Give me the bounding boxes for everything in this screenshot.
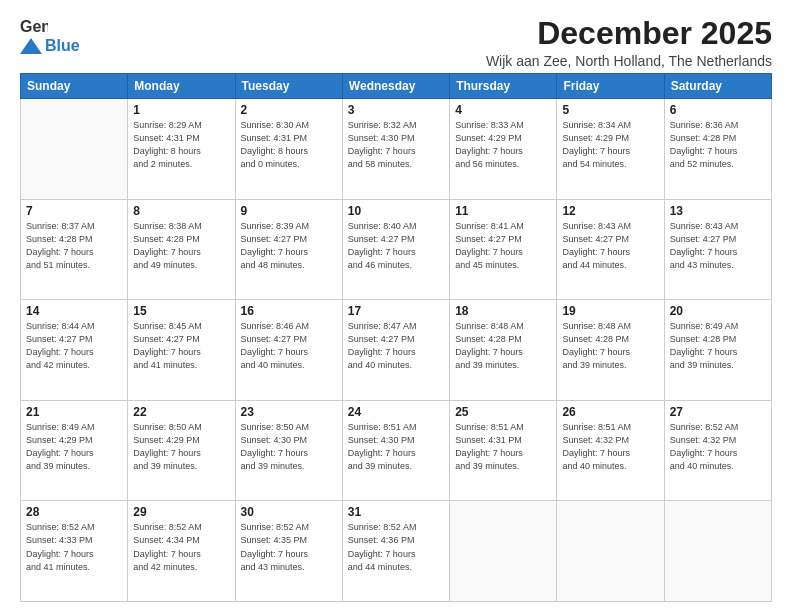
page: General Blue December 2025 Wijk aan Zee,… xyxy=(0,0,792,612)
day-number: 23 xyxy=(241,405,337,419)
day-info: Sunrise: 8:50 AM Sunset: 4:30 PM Dayligh… xyxy=(241,421,337,473)
table-row xyxy=(664,501,771,602)
day-info: Sunrise: 8:47 AM Sunset: 4:27 PM Dayligh… xyxy=(348,320,444,372)
location-subtitle: Wijk aan Zee, North Holland, The Netherl… xyxy=(486,53,772,69)
day-number: 18 xyxy=(455,304,551,318)
calendar-week-row: 7Sunrise: 8:37 AM Sunset: 4:28 PM Daylig… xyxy=(21,199,772,300)
day-number: 9 xyxy=(241,204,337,218)
table-row: 29Sunrise: 8:52 AM Sunset: 4:34 PM Dayli… xyxy=(128,501,235,602)
col-monday: Monday xyxy=(128,74,235,99)
table-row: 3Sunrise: 8:32 AM Sunset: 4:30 PM Daylig… xyxy=(342,99,449,200)
table-row: 26Sunrise: 8:51 AM Sunset: 4:32 PM Dayli… xyxy=(557,400,664,501)
table-row: 16Sunrise: 8:46 AM Sunset: 4:27 PM Dayli… xyxy=(235,300,342,401)
day-number: 22 xyxy=(133,405,229,419)
day-number: 17 xyxy=(348,304,444,318)
day-number: 11 xyxy=(455,204,551,218)
col-thursday: Thursday xyxy=(450,74,557,99)
day-info: Sunrise: 8:40 AM Sunset: 4:27 PM Dayligh… xyxy=(348,220,444,272)
day-info: Sunrise: 8:50 AM Sunset: 4:29 PM Dayligh… xyxy=(133,421,229,473)
day-number: 31 xyxy=(348,505,444,519)
table-row: 12Sunrise: 8:43 AM Sunset: 4:27 PM Dayli… xyxy=(557,199,664,300)
day-number: 2 xyxy=(241,103,337,117)
table-row: 20Sunrise: 8:49 AM Sunset: 4:28 PM Dayli… xyxy=(664,300,771,401)
table-row: 31Sunrise: 8:52 AM Sunset: 4:36 PM Dayli… xyxy=(342,501,449,602)
logo-icon: General xyxy=(20,16,48,38)
table-row: 2Sunrise: 8:30 AM Sunset: 4:31 PM Daylig… xyxy=(235,99,342,200)
table-row: 28Sunrise: 8:52 AM Sunset: 4:33 PM Dayli… xyxy=(21,501,128,602)
table-row: 14Sunrise: 8:44 AM Sunset: 4:27 PM Dayli… xyxy=(21,300,128,401)
calendar-table: Sunday Monday Tuesday Wednesday Thursday… xyxy=(20,73,772,602)
day-info: Sunrise: 8:30 AM Sunset: 4:31 PM Dayligh… xyxy=(241,119,337,171)
day-number: 28 xyxy=(26,505,122,519)
day-number: 15 xyxy=(133,304,229,318)
day-number: 14 xyxy=(26,304,122,318)
day-number: 30 xyxy=(241,505,337,519)
table-row: 30Sunrise: 8:52 AM Sunset: 4:35 PM Dayli… xyxy=(235,501,342,602)
day-info: Sunrise: 8:33 AM Sunset: 4:29 PM Dayligh… xyxy=(455,119,551,171)
calendar-week-row: 21Sunrise: 8:49 AM Sunset: 4:29 PM Dayli… xyxy=(21,400,772,501)
table-row xyxy=(557,501,664,602)
table-row xyxy=(21,99,128,200)
day-number: 13 xyxy=(670,204,766,218)
table-row: 21Sunrise: 8:49 AM Sunset: 4:29 PM Dayli… xyxy=(21,400,128,501)
table-row: 15Sunrise: 8:45 AM Sunset: 4:27 PM Dayli… xyxy=(128,300,235,401)
day-number: 25 xyxy=(455,405,551,419)
logo: General Blue xyxy=(20,16,80,54)
day-number: 21 xyxy=(26,405,122,419)
day-info: Sunrise: 8:52 AM Sunset: 4:34 PM Dayligh… xyxy=(133,521,229,573)
day-info: Sunrise: 8:46 AM Sunset: 4:27 PM Dayligh… xyxy=(241,320,337,372)
day-info: Sunrise: 8:34 AM Sunset: 4:29 PM Dayligh… xyxy=(562,119,658,171)
table-row: 1Sunrise: 8:29 AM Sunset: 4:31 PM Daylig… xyxy=(128,99,235,200)
svg-text:General: General xyxy=(20,18,48,35)
day-info: Sunrise: 8:43 AM Sunset: 4:27 PM Dayligh… xyxy=(562,220,658,272)
day-info: Sunrise: 8:52 AM Sunset: 4:33 PM Dayligh… xyxy=(26,521,122,573)
day-info: Sunrise: 8:37 AM Sunset: 4:28 PM Dayligh… xyxy=(26,220,122,272)
day-info: Sunrise: 8:49 AM Sunset: 4:29 PM Dayligh… xyxy=(26,421,122,473)
day-info: Sunrise: 8:48 AM Sunset: 4:28 PM Dayligh… xyxy=(562,320,658,372)
day-info: Sunrise: 8:51 AM Sunset: 4:32 PM Dayligh… xyxy=(562,421,658,473)
day-number: 19 xyxy=(562,304,658,318)
day-number: 29 xyxy=(133,505,229,519)
table-row: 11Sunrise: 8:41 AM Sunset: 4:27 PM Dayli… xyxy=(450,199,557,300)
day-number: 4 xyxy=(455,103,551,117)
table-row: 17Sunrise: 8:47 AM Sunset: 4:27 PM Dayli… xyxy=(342,300,449,401)
col-saturday: Saturday xyxy=(664,74,771,99)
day-number: 27 xyxy=(670,405,766,419)
col-sunday: Sunday xyxy=(21,74,128,99)
day-info: Sunrise: 8:51 AM Sunset: 4:30 PM Dayligh… xyxy=(348,421,444,473)
day-number: 7 xyxy=(26,204,122,218)
day-info: Sunrise: 8:43 AM Sunset: 4:27 PM Dayligh… xyxy=(670,220,766,272)
table-row xyxy=(450,501,557,602)
table-row: 18Sunrise: 8:48 AM Sunset: 4:28 PM Dayli… xyxy=(450,300,557,401)
day-number: 10 xyxy=(348,204,444,218)
table-row: 22Sunrise: 8:50 AM Sunset: 4:29 PM Dayli… xyxy=(128,400,235,501)
calendar-week-row: 14Sunrise: 8:44 AM Sunset: 4:27 PM Dayli… xyxy=(21,300,772,401)
day-number: 6 xyxy=(670,103,766,117)
day-info: Sunrise: 8:52 AM Sunset: 4:32 PM Dayligh… xyxy=(670,421,766,473)
table-row: 8Sunrise: 8:38 AM Sunset: 4:28 PM Daylig… xyxy=(128,199,235,300)
day-number: 8 xyxy=(133,204,229,218)
day-info: Sunrise: 8:44 AM Sunset: 4:27 PM Dayligh… xyxy=(26,320,122,372)
day-info: Sunrise: 8:32 AM Sunset: 4:30 PM Dayligh… xyxy=(348,119,444,171)
table-row: 25Sunrise: 8:51 AM Sunset: 4:31 PM Dayli… xyxy=(450,400,557,501)
calendar-header-row: Sunday Monday Tuesday Wednesday Thursday… xyxy=(21,74,772,99)
logo-blue-text: Blue xyxy=(45,38,80,54)
day-info: Sunrise: 8:41 AM Sunset: 4:27 PM Dayligh… xyxy=(455,220,551,272)
day-info: Sunrise: 8:52 AM Sunset: 4:36 PM Dayligh… xyxy=(348,521,444,573)
day-number: 16 xyxy=(241,304,337,318)
day-number: 26 xyxy=(562,405,658,419)
month-title: December 2025 xyxy=(486,16,772,51)
day-info: Sunrise: 8:29 AM Sunset: 4:31 PM Dayligh… xyxy=(133,119,229,171)
day-number: 5 xyxy=(562,103,658,117)
col-friday: Friday xyxy=(557,74,664,99)
table-row: 4Sunrise: 8:33 AM Sunset: 4:29 PM Daylig… xyxy=(450,99,557,200)
day-info: Sunrise: 8:52 AM Sunset: 4:35 PM Dayligh… xyxy=(241,521,337,573)
table-row: 9Sunrise: 8:39 AM Sunset: 4:27 PM Daylig… xyxy=(235,199,342,300)
col-wednesday: Wednesday xyxy=(342,74,449,99)
day-info: Sunrise: 8:49 AM Sunset: 4:28 PM Dayligh… xyxy=(670,320,766,372)
day-info: Sunrise: 8:39 AM Sunset: 4:27 PM Dayligh… xyxy=(241,220,337,272)
table-row: 27Sunrise: 8:52 AM Sunset: 4:32 PM Dayli… xyxy=(664,400,771,501)
table-row: 10Sunrise: 8:40 AM Sunset: 4:27 PM Dayli… xyxy=(342,199,449,300)
day-info: Sunrise: 8:36 AM Sunset: 4:28 PM Dayligh… xyxy=(670,119,766,171)
day-number: 1 xyxy=(133,103,229,117)
